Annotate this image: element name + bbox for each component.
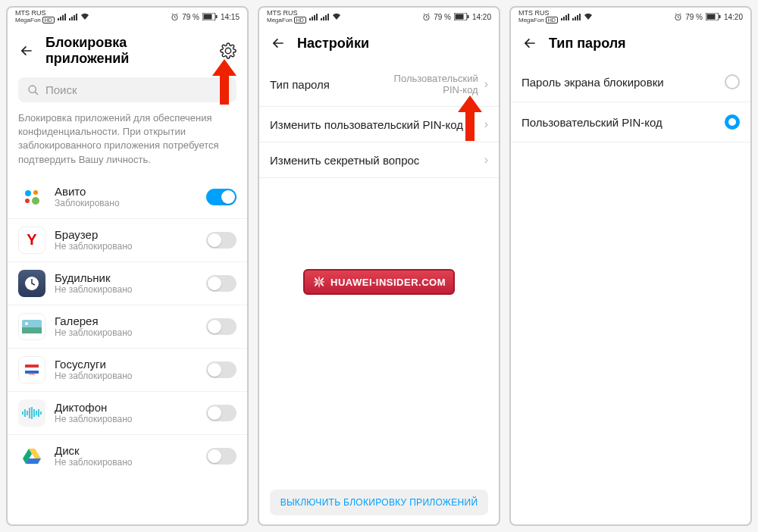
hd-badge: HD xyxy=(42,17,55,23)
app-row-dictaphone[interactable]: Диктофон Не заблокировано xyxy=(8,392,247,435)
app-name: Будильник xyxy=(55,271,197,284)
annotation-arrow xyxy=(212,59,236,105)
app-status: Не заблокировано xyxy=(55,371,197,381)
carrier-2: MegaFon xyxy=(267,17,293,23)
search-placeholder: Поиск xyxy=(45,83,77,96)
app-row-gallery[interactable]: Галерея Не заблокировано xyxy=(8,305,247,349)
signal-icon-2 xyxy=(572,14,581,20)
app-icon-clock xyxy=(18,270,45,297)
app-row-browser[interactable]: Y Браузер Не заблокировано xyxy=(8,219,247,262)
app-list[interactable]: Авито Заблокировано Y Браузер Не заблоки… xyxy=(8,176,247,524)
svg-line-5 xyxy=(35,92,38,95)
app-icon-dictaphone xyxy=(18,399,45,427)
back-button[interactable] xyxy=(270,35,287,52)
toggle-dictaphone[interactable] xyxy=(206,405,236,421)
toggle-avito[interactable] xyxy=(206,189,236,205)
signal-icon xyxy=(561,14,569,20)
setting-label: Тип пароля xyxy=(270,78,374,91)
status-bar: MTS RUS MegaFonHD 79 % 14:20 xyxy=(511,8,750,26)
carrier-2: MegaFon xyxy=(15,17,41,23)
phone-screen-password-type: MTS RUS MegaFonHD 79 % 14:20 Тип пароля … xyxy=(509,6,752,526)
app-name: Диктофон xyxy=(55,401,197,414)
setting-label: Изменить секретный вопрос xyxy=(270,154,478,167)
battery-percent: 79 % xyxy=(182,13,199,21)
svg-rect-30 xyxy=(706,14,715,20)
header: Тип пароля xyxy=(511,26,750,62)
annotation-arrow xyxy=(458,95,482,141)
app-row-avito[interactable]: Авито Заблокировано xyxy=(8,176,247,219)
svg-rect-2 xyxy=(203,14,211,20)
carrier-1: MTS RUS xyxy=(518,10,558,17)
phone-screen-applock: MTS RUS MegaFonHD 79 % 14:15 Блокировка … xyxy=(6,6,249,526)
app-name: Браузер xyxy=(55,228,197,241)
svg-point-8 xyxy=(25,199,30,203)
app-name: Госуслуги xyxy=(55,358,197,371)
description-text: Блокировка приложений для обеспечения ко… xyxy=(8,111,247,176)
app-icon-avito xyxy=(18,183,45,211)
carrier-1: MTS RUS xyxy=(267,10,306,17)
toggle-browser[interactable] xyxy=(206,232,236,249)
page-title: Тип пароля xyxy=(549,36,740,52)
battery-icon xyxy=(706,13,721,20)
svg-rect-31 xyxy=(719,15,720,18)
watermark-badge: HUAWEI-INSIDER.COM xyxy=(303,269,455,295)
disable-applock-button[interactable]: ВЫКЛЮЧИТЬ БЛОКИРОВКУ ПРИЛОЖЕНИЙ xyxy=(270,490,488,515)
toggle-gosuslugi[interactable] xyxy=(206,361,236,378)
carrier-1: MTS RUS xyxy=(15,10,55,17)
setting-row-secret-question[interactable]: Изменить секретный вопрос › xyxy=(259,142,499,178)
app-status: Не заблокировано xyxy=(55,284,197,295)
chevron-right-icon: › xyxy=(484,153,488,167)
svg-rect-27 xyxy=(467,15,468,18)
app-name: Диск xyxy=(55,444,197,457)
carrier-2: MegaFon xyxy=(518,17,544,23)
svg-point-9 xyxy=(32,197,39,205)
status-bar: MTS RUS MegaFonHD 79 % 14:15 xyxy=(8,8,247,26)
signal-icon-2 xyxy=(69,14,77,20)
app-row-clock[interactable]: Будильник Не заблокировано xyxy=(8,262,247,305)
svg-point-13 xyxy=(25,322,28,325)
status-bar: MTS RUS MegaFonHD 79 % 14:20 xyxy=(259,8,499,26)
svg-point-6 xyxy=(25,190,31,196)
battery-icon xyxy=(202,13,218,20)
header: Настройки xyxy=(259,26,499,62)
app-icon-gosuslugi: гос xyxy=(18,356,45,383)
signal-icon xyxy=(309,14,318,20)
app-row-drive[interactable]: Диск Не заблокировано xyxy=(8,435,247,477)
hd-badge: HD xyxy=(294,17,306,23)
app-status: Заблокировано xyxy=(55,198,197,208)
radio-list: Пароль экрана блокировки Пользовательски… xyxy=(511,62,750,142)
back-button[interactable] xyxy=(522,35,538,52)
svg-rect-12 xyxy=(22,327,42,333)
app-row-gosuslugi[interactable]: гос Госуслуги Не заблокировано xyxy=(8,349,247,392)
wifi-icon xyxy=(80,13,89,20)
radio-option-custom-pin[interactable]: Пользовательский PIN-код xyxy=(511,102,750,142)
app-name: Авито xyxy=(55,185,197,198)
app-status: Не заблокировано xyxy=(55,457,197,468)
svg-text:гос: гос xyxy=(29,371,35,376)
back-button[interactable] xyxy=(18,42,35,59)
status-time: 14:15 xyxy=(221,13,240,21)
app-icon-gallery xyxy=(18,313,45,340)
app-name: Галерея xyxy=(55,315,197,327)
app-status: Не заблокировано xyxy=(55,241,197,252)
search-icon xyxy=(27,84,39,96)
radio-selected-icon xyxy=(725,114,740,130)
radio-label: Пользовательский PIN-код xyxy=(522,116,717,129)
svg-point-7 xyxy=(33,190,38,195)
toggle-clock[interactable] xyxy=(206,275,236,292)
app-status: Не заблокировано xyxy=(55,414,197,424)
page-title: Настройки xyxy=(297,36,488,52)
toggle-drive[interactable] xyxy=(206,448,236,465)
battery-percent: 79 % xyxy=(434,13,451,21)
setting-label: Изменить пользовательский PIN-код xyxy=(270,118,478,131)
settings-button[interactable] xyxy=(220,42,236,59)
app-status: Не заблокировано xyxy=(55,327,197,338)
page-title: Блокировка приложений xyxy=(45,35,209,67)
setting-value: Пользовательский PIN-код xyxy=(380,73,478,95)
radio-option-lockscreen-password[interactable]: Пароль экрана блокировки xyxy=(511,62,750,102)
toggle-gallery[interactable] xyxy=(206,318,236,335)
battery-percent: 79 % xyxy=(685,13,703,21)
search-input[interactable]: Поиск xyxy=(18,77,236,102)
alarm-icon xyxy=(674,13,682,21)
huawei-logo-icon xyxy=(312,275,326,289)
